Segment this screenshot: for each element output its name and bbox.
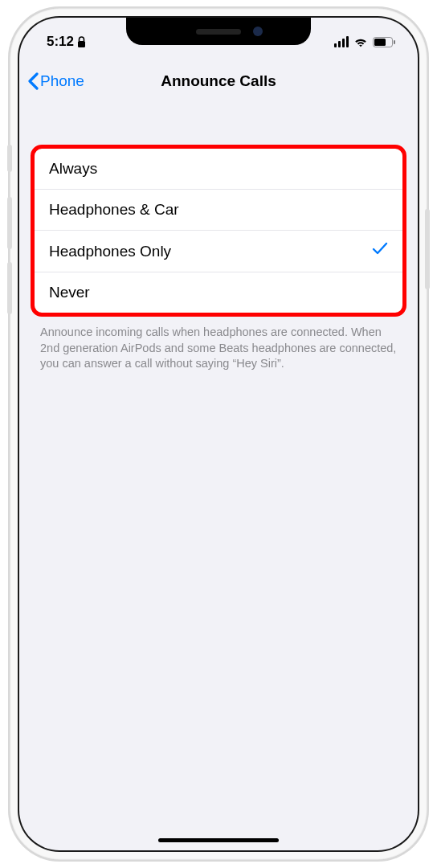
option-headphones-only[interactable]: Headphones Only — [35, 230, 402, 272]
checkmark-icon — [372, 242, 388, 260]
nav-bar: Phone Announce Calls — [19, 61, 418, 101]
announce-calls-options: Always Headphones & Car Headphones Only … — [31, 145, 406, 317]
back-button[interactable]: Phone — [27, 72, 84, 90]
battery-icon — [373, 37, 395, 47]
status-time: 5:12 — [47, 34, 74, 50]
option-never[interactable]: Never — [35, 272, 402, 313]
screen: 5:12 — [19, 18, 418, 850]
phone-volume-down — [7, 262, 12, 314]
speaker-grille — [196, 29, 241, 35]
phone-volume-up — [7, 197, 12, 249]
notch — [126, 18, 311, 45]
wifi-icon — [353, 37, 368, 47]
svg-rect-3 — [394, 40, 395, 44]
cellular-signal-icon — [334, 36, 349, 47]
lock-icon — [77, 36, 86, 48]
phone-mute-switch — [7, 145, 12, 172]
option-label: Always — [49, 160, 97, 178]
page-title: Announce Calls — [161, 72, 276, 90]
footer-description: Announce incoming calls when headphones … — [40, 325, 397, 372]
front-camera — [253, 27, 263, 36]
option-label: Headphones Only — [49, 243, 171, 260]
home-indicator[interactable] — [158, 838, 279, 842]
chevron-left-icon — [27, 72, 39, 90]
option-label: Never — [49, 284, 90, 301]
svg-rect-2 — [374, 39, 386, 46]
option-label: Headphones & Car — [49, 201, 179, 219]
back-label: Phone — [40, 72, 84, 90]
status-right — [334, 36, 395, 47]
option-always[interactable]: Always — [35, 149, 402, 189]
status-left: 5:12 — [47, 34, 86, 50]
svg-rect-0 — [78, 41, 85, 47]
phone-power-button — [425, 209, 430, 289]
option-headphones-and-car[interactable]: Headphones & Car — [35, 189, 402, 230]
phone-frame: 5:12 — [10, 8, 427, 860]
